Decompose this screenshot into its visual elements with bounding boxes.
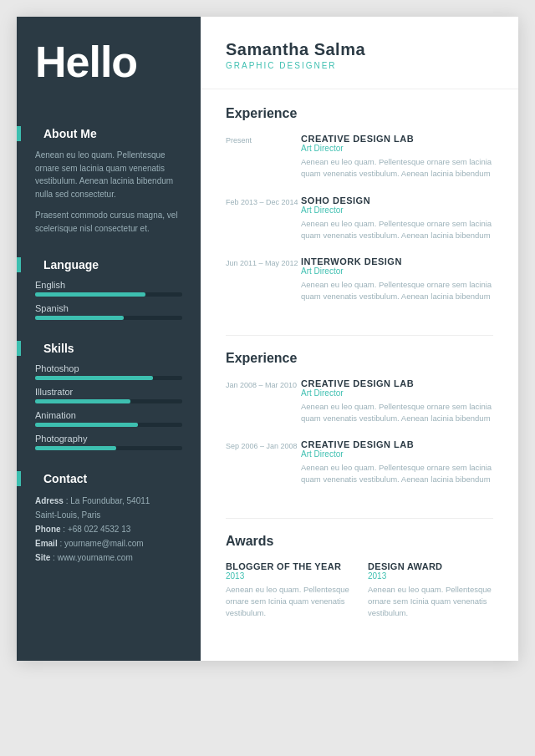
skill-photoshop-bar-fill: [35, 376, 153, 380]
about-para1: Aenean eu leo quam. Pellentesque ornare …: [35, 149, 182, 200]
exp-desc-1: Aenean eu leo quam. Pellentesque ornare …: [301, 156, 493, 180]
skill-photography-bar-fill: [35, 446, 116, 450]
exp-item-4: Jan 2008 – Mar 2010 CREATIVE DESIGN LAB …: [226, 378, 493, 425]
exp-content-4: CREATIVE DESIGN LAB Art Director Aenean …: [301, 378, 493, 425]
skill-photoshop: Photoshop: [35, 363, 182, 380]
skill-illustrator-label: Illustrator: [35, 387, 182, 397]
exp-content-5: CREATIVE DESIGN LAB Art Director Aenean …: [301, 439, 493, 486]
lang-english-bar-fill: [35, 292, 145, 297]
exp-role-4: Art Director: [301, 388, 493, 398]
resume-container: Hello About Me Aenean eu leo quam. Pelle…: [17, 17, 518, 661]
skill-animation-label: Animation: [35, 410, 182, 420]
exp-date-4: Jan 2008 – Mar 2010: [226, 378, 301, 425]
exp-desc-5: Aenean eu leo quam. Pellentesque ornare …: [301, 462, 493, 486]
exp-content-2: SOHO DESIGN Art Director Aenean eu leo q…: [301, 195, 493, 242]
exp-date-2: Feb 2013 – Dec 2014: [226, 195, 301, 242]
section-divider-2: [226, 518, 493, 519]
awards-grid: BLOGGER OF THE YEAR 2013 Aenean eu leo q…: [226, 561, 493, 620]
experience2-title: Experience: [226, 351, 493, 366]
award-blogger-desc: Aenean eu leo quam. Pellentesque ornare …: [226, 584, 351, 620]
contact-section: Contact Adress : La Foundubar, 54011 Sai…: [17, 472, 201, 580]
contact-site: Site : www.yourname.com: [35, 551, 182, 565]
hello-heading: Hello: [17, 17, 201, 102]
skill-photography-label: Photography: [35, 434, 182, 444]
about-para2: Praesent commodo cursus magna, vel scele…: [35, 209, 182, 235]
sidebar: Hello About Me Aenean eu leo quam. Pelle…: [17, 17, 201, 661]
contact-address: Adress : La Foundubar, 54011 Saint-Louis…: [35, 494, 182, 522]
about-title: About Me: [35, 127, 182, 140]
exp-role-5: Art Director: [301, 449, 493, 459]
exp-date-3: Jun 2011 – May 2012: [226, 256, 301, 303]
lang-english-bar-bg: [35, 292, 182, 297]
contact-email: Email : yourname@mail.com: [35, 536, 182, 551]
lang-spanish: Spanish: [35, 303, 182, 320]
award-blogger: BLOGGER OF THE YEAR 2013 Aenean eu leo q…: [226, 561, 351, 620]
skill-illustrator-bar-fill: [35, 399, 130, 403]
contact-phone-label: Phone: [35, 525, 61, 534]
skill-photoshop-bar-bg: [35, 376, 182, 380]
skill-illustrator-bar-bg: [35, 399, 182, 403]
lang-english: English: [35, 280, 182, 297]
skills-title: Skills: [35, 342, 182, 355]
contact-email-label: Email: [35, 539, 58, 548]
exp-role-3: Art Director: [301, 266, 493, 276]
exp-role-2: Art Director: [301, 205, 493, 215]
award-blogger-title: BLOGGER OF THE YEAR: [226, 561, 351, 571]
candidate-name: Samantha Salma: [226, 40, 493, 59]
exp-company-3: INTERWORK DESIGN: [301, 256, 493, 266]
exp-company-5: CREATIVE DESIGN LAB: [301, 439, 493, 449]
lang-spanish-label: Spanish: [35, 303, 182, 313]
award-design: DESIGN AWARD 2013 Aenean eu leo quam. Pe…: [368, 561, 493, 620]
exp-content-1: CREATIVE DESIGN LAB Art Director Aenean …: [301, 134, 493, 180]
exp-desc-3: Aenean eu leo quam. Pellentesque ornare …: [301, 279, 493, 303]
contact-site-label: Site: [35, 553, 50, 562]
award-design-desc: Aenean eu leo quam. Pellentesque ornare …: [368, 584, 493, 620]
main-header: Samantha Salma GRAPHIC DESIGNER: [201, 17, 518, 89]
exp-desc-4: Aenean eu leo quam. Pellentesque ornare …: [301, 401, 493, 425]
section-divider-1: [226, 335, 493, 336]
exp-company-2: SOHO DESIGN: [301, 195, 493, 205]
lang-english-label: English: [35, 280, 182, 290]
lang-spanish-bar-fill: [35, 316, 124, 320]
exp-desc-2: Aenean eu leo quam. Pellentesque ornare …: [301, 218, 493, 242]
exp-company-4: CREATIVE DESIGN LAB: [301, 378, 493, 388]
awards-title: Awards: [226, 534, 493, 549]
experience1-title: Experience: [226, 106, 493, 121]
experience2-section: Experience Jan 2008 – Mar 2010 CREATIVE …: [201, 351, 518, 518]
skill-photography: Photography: [35, 434, 182, 450]
about-section: About Me Aenean eu leo quam. Pellentesqu…: [17, 127, 201, 258]
exp-date-1: Present: [226, 134, 301, 180]
contact-address-label: Adress: [35, 496, 64, 505]
experience1-section: Experience Present CREATIVE DESIGN LAB A…: [201, 106, 518, 335]
exp-item-2: Feb 2013 – Dec 2014 SOHO DESIGN Art Dire…: [226, 195, 493, 242]
award-blogger-year: 2013: [226, 571, 351, 581]
skills-section: Skills Photoshop Illustrator Animation: [17, 342, 201, 472]
skill-photography-bar-bg: [35, 446, 182, 450]
main-content: Samantha Salma GRAPHIC DESIGNER Experien…: [201, 17, 518, 661]
contact-phone: Phone : +68 022 4532 13: [35, 522, 182, 536]
skill-animation-bar-bg: [35, 423, 182, 427]
skill-animation-bar-fill: [35, 423, 138, 427]
award-design-title: DESIGN AWARD: [368, 561, 493, 571]
exp-item-5: Sep 2006 – Jan 2008 CREATIVE DESIGN LAB …: [226, 439, 493, 486]
contact-title: Contact: [35, 472, 182, 485]
skill-photoshop-label: Photoshop: [35, 363, 182, 373]
awards-section: Awards BLOGGER OF THE YEAR 2013 Aenean e…: [201, 534, 518, 637]
exp-company-1: CREATIVE DESIGN LAB: [301, 134, 493, 144]
award-design-year: 2013: [368, 571, 493, 581]
language-title: Language: [35, 258, 182, 271]
skill-animation: Animation: [35, 410, 182, 427]
candidate-title: GRAPHIC DESIGNER: [226, 61, 493, 70]
exp-item-3: Jun 2011 – May 2012 INTERWORK DESIGN Art…: [226, 256, 493, 303]
exp-role-1: Art Director: [301, 144, 493, 153]
skill-illustrator: Illustrator: [35, 387, 182, 403]
exp-content-3: INTERWORK DESIGN Art Director Aenean eu …: [301, 256, 493, 303]
language-section: Language English Spanish: [17, 258, 201, 342]
lang-spanish-bar-bg: [35, 316, 182, 320]
exp-item-1: Present CREATIVE DESIGN LAB Art Director…: [226, 134, 493, 180]
exp-date-5: Sep 2006 – Jan 2008: [226, 439, 301, 486]
